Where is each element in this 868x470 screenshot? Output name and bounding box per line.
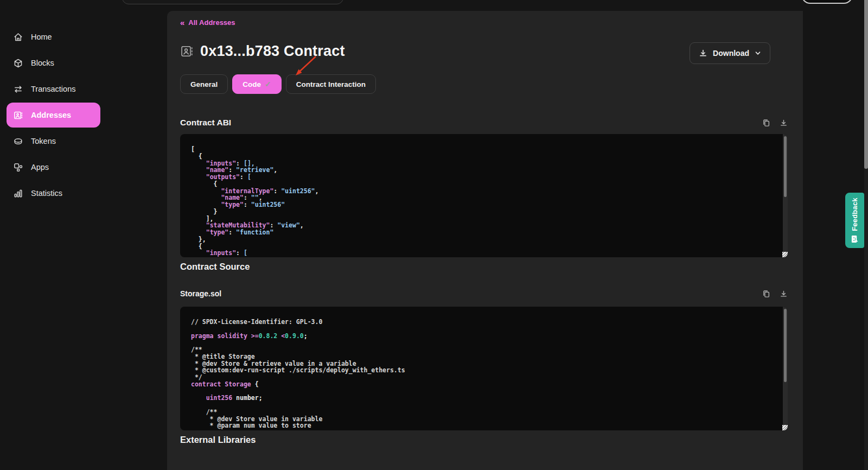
feedback-button[interactable]: Feedback: [845, 193, 864, 248]
tab-label: General: [190, 80, 218, 88]
download-button-label: Download: [713, 49, 749, 58]
contract-abi-code: [ { "inputs": [], "name": "retrieve", "o…: [180, 134, 788, 257]
sidebar-item-label: Transactions: [31, 85, 75, 93]
sidebar-item-label: Statistics: [31, 189, 62, 198]
tabs: General Code ✓ Contract Interaction: [180, 74, 788, 94]
chevron-down-icon: [755, 50, 761, 56]
sidebar-item-label: Addresses: [31, 111, 71, 119]
sidebar-item-home[interactable]: Home: [7, 24, 100, 49]
page-scrollbar-thumb[interactable]: [864, 0, 868, 169]
contract-source-code: // SPDX-License-Identifier: GPL-3.0 prag…: [180, 307, 788, 429]
sidebar: Home Blocks Transactions Addresses Token…: [0, 0, 167, 470]
sidebar-item-transactions[interactable]: Transactions: [7, 77, 100, 101]
tab-contract-interaction[interactable]: Contract Interaction: [286, 74, 376, 94]
double-chevron-left-icon: «: [180, 19, 184, 26]
download-icon: [699, 49, 707, 58]
external-libraries-title: External Libraries: [180, 435, 788, 445]
tab-general[interactable]: General: [180, 74, 228, 94]
source-file-name: Storage.sol: [180, 289, 221, 298]
sidebar-item-label: Tokens: [31, 137, 56, 145]
contract-source-title: Contract Source: [180, 262, 788, 272]
feedback-label: Feedback: [851, 198, 859, 231]
contract-card-icon: [180, 45, 194, 58]
main-panel: « All Addresses Download 0x13...b783 Con…: [167, 11, 803, 470]
resize-handle[interactable]: [782, 425, 788, 430]
tab-label: Contract Interaction: [296, 80, 366, 88]
sidebar-item-blocks[interactable]: Blocks: [7, 50, 100, 75]
check-icon: ✓: [265, 80, 271, 88]
sidebar-item-label: Blocks: [31, 59, 54, 67]
source-scrollbar-track[interactable]: [783, 307, 788, 430]
tab-code[interactable]: Code ✓: [232, 74, 281, 94]
copy-icon[interactable]: [762, 290, 770, 298]
sidebar-item-label: Home: [31, 33, 52, 41]
transactions-icon: [13, 84, 23, 94]
blocks-icon: [13, 58, 23, 68]
contract-abi-title: Contract ABI: [180, 118, 231, 128]
sidebar-item-apps[interactable]: Apps: [7, 155, 100, 180]
contract-abi-code-block[interactable]: [ { "inputs": [], "name": "retrieve", "o…: [180, 134, 788, 257]
download-icon[interactable]: [780, 290, 788, 298]
page-title: 0x13...b783 Contract: [200, 43, 345, 60]
statistics-icon: [13, 188, 23, 199]
sidebar-item-addresses[interactable]: Addresses: [7, 103, 100, 128]
all-addresses-back-link[interactable]: « All Addresses: [180, 11, 235, 27]
tab-label: Code: [242, 80, 261, 88]
sidebar-item-label: Apps: [31, 163, 49, 172]
back-link-label: All Addresses: [188, 18, 235, 27]
resize-handle[interactable]: [782, 252, 788, 257]
download-button[interactable]: Download: [690, 42, 770, 64]
contract-source-code-block[interactable]: // SPDX-License-Identifier: GPL-3.0 prag…: [180, 307, 788, 430]
page-scrollbar-track[interactable]: [864, 0, 868, 470]
abi-scrollbar-track[interactable]: [783, 134, 788, 257]
feedback-chat-icon: [851, 235, 859, 243]
apps-icon: [13, 162, 23, 173]
sidebar-item-tokens[interactable]: Tokens: [7, 129, 100, 154]
addresses-icon: [13, 110, 23, 120]
home-icon: [13, 32, 23, 42]
sidebar-item-statistics[interactable]: Statistics: [7, 181, 100, 206]
download-icon[interactable]: [780, 119, 788, 127]
top-right-button-partial[interactable]: [801, 0, 853, 4]
source-scrollbar-thumb[interactable]: [784, 309, 787, 382]
tokens-icon: [13, 136, 23, 147]
copy-icon[interactable]: [762, 119, 770, 127]
abi-scrollbar-thumb[interactable]: [784, 136, 787, 197]
